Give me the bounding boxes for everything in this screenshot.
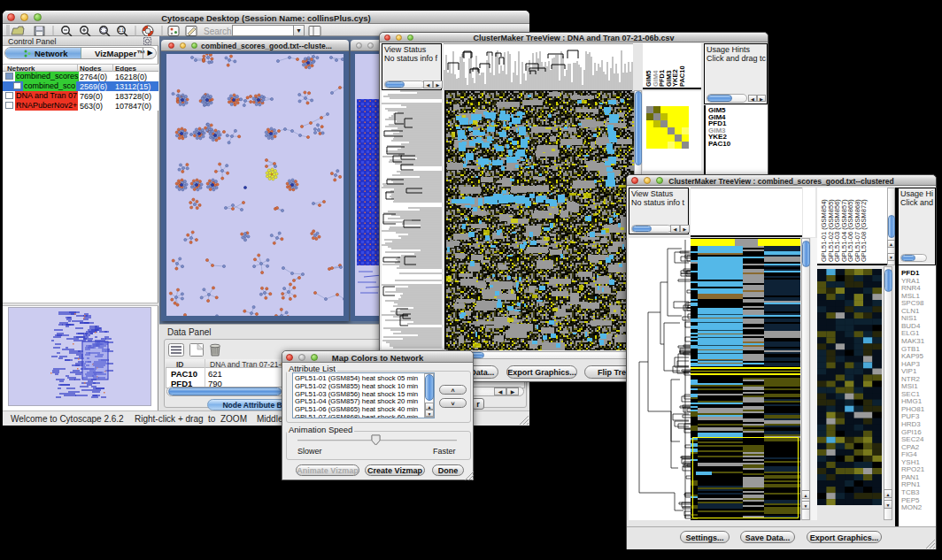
svg-text:1:1: 1:1 <box>119 28 125 33</box>
